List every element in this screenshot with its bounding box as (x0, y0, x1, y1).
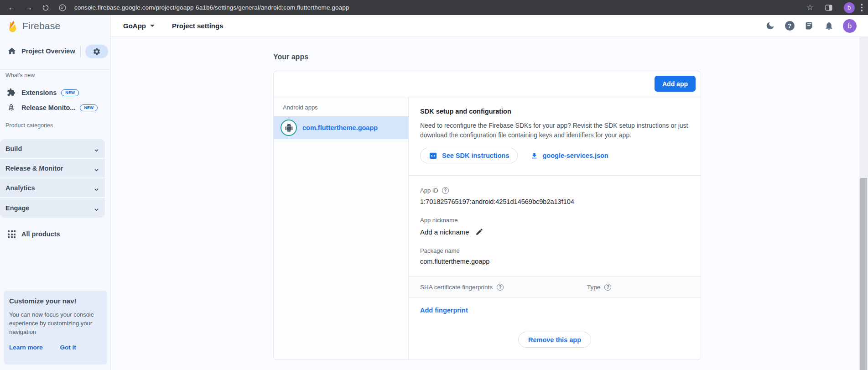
android-icon (285, 124, 293, 132)
category-accordions: Build Release & Monitor Analytics Engage (0, 139, 105, 218)
browser-profile-avatar[interactable]: b (844, 2, 855, 13)
app-nickname-value[interactable]: Add a nickname (420, 228, 469, 236)
project-name: GoApp (123, 22, 146, 30)
app-header: Firebase GoApp Project settings ? (0, 15, 868, 37)
see-sdk-instructions-button[interactable]: See SDK instructions (420, 148, 518, 163)
chevron-down-icon (94, 146, 99, 151)
side-panel-icon[interactable] (824, 3, 834, 13)
whats-new-label: What's new (5, 72, 35, 78)
account-avatar[interactable]: b (843, 19, 857, 33)
bookmark-star-icon[interactable]: ☆ (806, 3, 813, 12)
sidebar-section-engage[interactable]: Engage (0, 198, 105, 218)
header-main: GoApp Project settings ? b (111, 15, 868, 37)
sdk-section-description: Need to reconfigure the Firebase SDKs fo… (420, 121, 689, 140)
sdk-section-title: SDK setup and configuration (420, 108, 689, 115)
apps-list-panel: Android apps com.fluttertheme.goapp (274, 97, 409, 360)
edit-pencil-icon[interactable] (475, 228, 483, 236)
dark-mode-moon-icon[interactable] (764, 21, 775, 31)
page-title-header: Project settings (172, 22, 223, 30)
reload-icon[interactable] (41, 3, 51, 13)
package-name-value: com.fluttertheme.goapp (420, 258, 689, 265)
browser-menu-icon[interactable] (861, 4, 863, 11)
new-badge: NEW (61, 89, 79, 96)
extensions-label: Extensions (21, 89, 57, 96)
add-app-button[interactable]: Add app (655, 76, 696, 92)
android-apps-group-label: Android apps (283, 104, 408, 111)
chevron-down-icon (94, 186, 99, 190)
product-categories-label: Product categories (5, 122, 53, 129)
divider (0, 69, 110, 70)
rocket-icon (7, 103, 16, 114)
android-app-avatar (281, 120, 297, 136)
project-overview-row: Project Overview (0, 45, 110, 58)
got-it-button[interactable]: Got it (60, 344, 76, 351)
chevron-down-icon (94, 166, 99, 171)
chevron-down-icon (150, 25, 155, 27)
card-toolbar: Add app (274, 71, 701, 97)
type-help-icon[interactable]: ? (604, 284, 611, 291)
add-fingerprint-link[interactable]: Add fingerprint (420, 307, 468, 314)
code-icon (429, 151, 437, 160)
sha-fingerprints-header: SHA certificate fingerprints (420, 284, 493, 291)
sidebar-section-analytics[interactable]: Analytics (0, 178, 105, 198)
project-settings-gear-button[interactable] (85, 45, 108, 58)
app-id-label: App ID (420, 187, 438, 194)
download-icon (530, 152, 538, 160)
notifications-bell-icon[interactable] (823, 21, 834, 31)
learn-more-link[interactable]: Learn more (9, 344, 43, 351)
back-icon[interactable]: ← (7, 3, 17, 13)
site-info-icon[interactable] (57, 3, 68, 13)
app-id-value: 1:701825765197:android:4251d14569bc9b2a1… (420, 198, 689, 205)
divider (80, 46, 81, 57)
sha-type-header: Type (587, 284, 600, 291)
sidebar-item-release-monitoring[interactable]: Release Monito...NEW (0, 102, 110, 114)
promo-title: Customize your nav! (9, 297, 102, 305)
your-apps-heading: Your apps (273, 53, 308, 61)
brand-name: Firebase (22, 21, 60, 31)
new-badge: NEW (80, 104, 98, 111)
sha-table-header: SHA certificate fingerprints? Type? (409, 276, 701, 298)
gear-icon (93, 47, 101, 56)
sidebar-section-release-monitor[interactable]: Release & Monitor (0, 159, 105, 178)
url-bar[interactable]: console.firebase.google.com/project/goap… (74, 4, 806, 11)
scrollbar-thumb[interactable] (860, 178, 867, 370)
customize-nav-card: Customize your nav! You can now focus yo… (4, 291, 107, 365)
sidebar-item-extensions[interactable]: ExtensionsNEW (0, 87, 110, 99)
firebase-logo-icon (7, 20, 18, 33)
sidebar-item-all-products[interactable]: All products (0, 229, 110, 240)
apps-grid-icon (8, 230, 16, 238)
sidebar: Project Overview What's new ExtensionsNE… (0, 37, 111, 370)
remove-app-button[interactable]: Remove this app (518, 332, 591, 348)
project-selector[interactable]: GoApp (123, 22, 155, 30)
browser-toolbar: ← → console.firebase.google.com/project/… (0, 0, 868, 15)
home-icon[interactable] (7, 47, 16, 57)
app-id-help-icon[interactable]: ? (442, 187, 449, 194)
release-monitoring-label: Release Monito... (21, 104, 75, 111)
sidebar-item-project-overview[interactable]: Project Overview (21, 47, 75, 55)
sha-help-icon[interactable]: ? (497, 284, 504, 291)
main-content: Your apps Add app Android apps com.flutt… (111, 37, 859, 370)
app-package-name: com.fluttertheme.goapp (302, 124, 378, 131)
page-scrollbar[interactable] (859, 37, 868, 370)
your-apps-card: Add app Android apps com.fluttertheme.go… (273, 71, 701, 360)
feedback-icon[interactable] (804, 21, 815, 31)
package-name-label: Package name (420, 247, 460, 254)
divider (409, 175, 701, 176)
download-google-services-button[interactable]: google-services.json (530, 152, 608, 160)
puzzle-icon (7, 88, 16, 99)
app-list-item-selected[interactable]: com.fluttertheme.goapp (274, 116, 408, 139)
chevron-down-icon (94, 206, 99, 210)
forward-icon[interactable]: → (24, 3, 34, 13)
app-nickname-label: App nickname (420, 217, 457, 224)
brand-zone[interactable]: Firebase (0, 15, 111, 37)
sidebar-section-build[interactable]: Build (0, 139, 105, 159)
firebase-console-window: ← → console.firebase.google.com/project/… (0, 0, 868, 370)
help-icon[interactable]: ? (784, 21, 795, 31)
promo-body: You can now focus your console experienc… (9, 310, 102, 336)
app-details-panel: SDK setup and configuration Need to reco… (409, 97, 701, 360)
